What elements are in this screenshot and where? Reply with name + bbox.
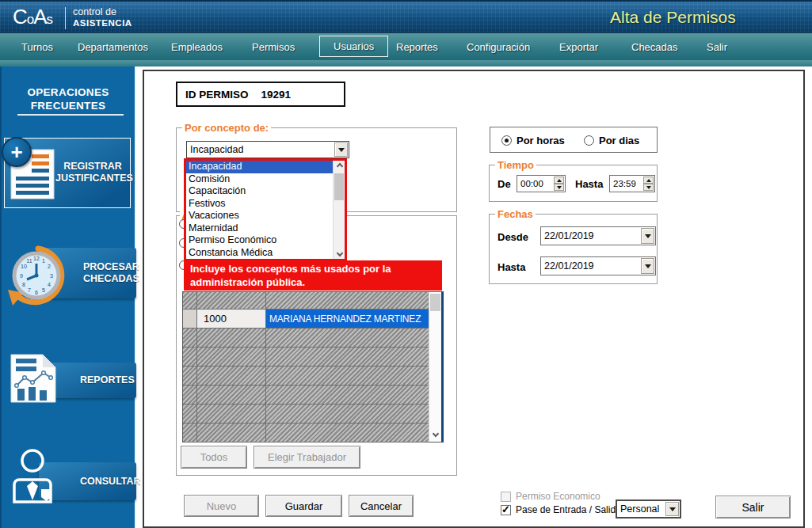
spin-down-button[interactable] bbox=[554, 184, 564, 191]
salir-button[interactable]: Salir bbox=[715, 496, 791, 519]
dropdown-option-festivos[interactable]: Festivos bbox=[186, 198, 333, 211]
por-horas-label: Por horas bbox=[517, 135, 565, 146]
table-row-redacted[interactable] bbox=[183, 292, 429, 310]
table-row-redacted[interactable] bbox=[183, 329, 429, 348]
dropdown-option-comision[interactable]: Comisión bbox=[186, 173, 333, 186]
fecha-hasta-combobox[interactable]: 22/01/2019 bbox=[540, 256, 656, 275]
dropdown-option-incapacidad[interactable]: Incapacidad bbox=[186, 161, 333, 173]
dropdown-option-capacitacion[interactable]: Capacitación bbox=[186, 185, 333, 198]
scrollbar-thumb[interactable] bbox=[334, 173, 344, 200]
radio-selected-icon[interactable] bbox=[501, 135, 512, 146]
svg-text:3: 3 bbox=[50, 273, 53, 279]
chevron-down-icon bbox=[338, 148, 345, 152]
concepto-combobox[interactable]: Incapacidad bbox=[186, 141, 349, 158]
group-fechas-title: Fechas bbox=[495, 208, 536, 220]
table-redacted-rows bbox=[183, 329, 441, 443]
page-title: Alta de Permisos bbox=[610, 8, 736, 27]
permiso-economico-checkbox-row: Permiso Economico bbox=[501, 491, 600, 502]
dropdown-option-constancia-medica[interactable]: Constancia Médica bbox=[186, 247, 333, 260]
triangle-down-icon bbox=[557, 186, 562, 189]
spin-down-button[interactable] bbox=[643, 184, 654, 191]
combo-dropdown-button[interactable] bbox=[665, 502, 679, 516]
de-label: De bbox=[497, 178, 511, 190]
menu-item-permisos[interactable]: Permisos bbox=[252, 33, 295, 60]
menu-item-empleados[interactable]: Empleados bbox=[171, 33, 223, 60]
dropdown-option-vacaciones[interactable]: Vacaciones bbox=[186, 210, 333, 222]
menu-item-turnos[interactable]: Turnos bbox=[21, 33, 53, 60]
combo-dropdown-button[interactable] bbox=[334, 142, 348, 157]
logo-letter: s bbox=[47, 12, 53, 27]
concepto-combobox-value: Incapacidad bbox=[190, 144, 243, 155]
triangle-up-icon bbox=[557, 179, 562, 182]
sidebar-button-registrar-justificantes[interactable]: + REGISTRAR JUSTIFICANTES bbox=[4, 138, 131, 208]
table-row-redacted[interactable] bbox=[183, 424, 429, 443]
menu-item-departamentos[interactable]: Departamentos bbox=[78, 33, 148, 60]
chevron-down-icon bbox=[645, 234, 651, 238]
combo-dropdown-button[interactable] bbox=[641, 258, 654, 274]
fecha-hasta-value: 22/01/2019 bbox=[544, 260, 594, 272]
svg-text:2: 2 bbox=[48, 264, 51, 269]
dropdown-scrollbar[interactable] bbox=[333, 161, 345, 259]
label-line1: CONSULTAR bbox=[80, 476, 134, 488]
tooltip-line2: administración pública. bbox=[190, 275, 442, 289]
tiempo-hasta-spinner[interactable]: 23:59 bbox=[609, 175, 655, 192]
row-selector-cell[interactable] bbox=[183, 310, 197, 328]
table-scrollbar[interactable] bbox=[429, 292, 441, 442]
spin-up-button[interactable] bbox=[643, 177, 654, 184]
tagline-line1: control de bbox=[73, 6, 132, 17]
employee-id-cell[interactable]: 1000 bbox=[197, 310, 266, 328]
pase-checkbox-row: Pase de Entrada / Salida bbox=[501, 504, 621, 515]
por-dias-label: Por dias bbox=[599, 135, 639, 146]
radio-icon[interactable] bbox=[584, 135, 594, 146]
spin-up-button[interactable] bbox=[554, 177, 564, 184]
todos-button[interactable]: Todos bbox=[181, 446, 247, 469]
chevron-up-icon bbox=[336, 163, 342, 169]
table-row-selected[interactable]: 1000 MARIANA HERNANDEZ MARTINEZ bbox=[183, 310, 429, 329]
menu-item-checadas[interactable]: Checadas bbox=[631, 33, 678, 60]
nuevo-button[interactable]: Nuevo bbox=[184, 495, 259, 517]
label-line1: PROCESAR bbox=[83, 261, 134, 273]
elegir-trabajador-button[interactable]: Elegir Trabajador bbox=[254, 446, 360, 469]
por-dias-option[interactable]: Por dias bbox=[584, 135, 639, 146]
scroll-down-button[interactable] bbox=[334, 248, 345, 259]
fecha-desde-combobox[interactable]: 22/01/2019 bbox=[540, 226, 656, 245]
employee-name-cell[interactable]: MARIANA HERNANDEZ MARTINEZ bbox=[266, 310, 429, 328]
app-header: CoAs control de ASISTENCIA Alta de Permi… bbox=[0, 0, 812, 33]
table-row-redacted[interactable] bbox=[183, 348, 429, 367]
sidebar-button-label: CONSULTAR bbox=[80, 476, 134, 488]
sidebar-heading-line1: OPERACIONES bbox=[2, 85, 135, 99]
sidebar-heading: OPERACIONES FRECUENTES bbox=[2, 85, 135, 112]
hasta-label: Hasta bbox=[575, 178, 603, 190]
menu-item-reportes[interactable]: Reportes bbox=[396, 33, 438, 60]
menu-item-usuarios[interactable]: Usuarios bbox=[319, 36, 388, 57]
scroll-up-button[interactable] bbox=[334, 161, 345, 172]
id-permiso-value: 19291 bbox=[261, 89, 292, 101]
menu-item-exportar[interactable]: Exportar bbox=[559, 33, 598, 60]
tooltip-line1: Incluye los conceptos más usados por la bbox=[190, 262, 442, 275]
dropdown-option-maternidad[interactable]: Maternidad bbox=[186, 222, 333, 235]
guardar-button[interactable]: Guardar bbox=[265, 495, 342, 517]
svg-text:9: 9 bbox=[20, 273, 23, 279]
svg-text:6: 6 bbox=[35, 290, 38, 295]
combo-dropdown-button[interactable] bbox=[641, 228, 654, 244]
table-row-redacted[interactable] bbox=[183, 405, 429, 424]
scrollbar-thumb[interactable] bbox=[430, 294, 440, 311]
svg-text:8: 8 bbox=[22, 282, 25, 287]
table-row-redacted[interactable] bbox=[183, 367, 429, 386]
logo-letter: A bbox=[33, 5, 46, 28]
cancelar-button[interactable]: Cancelar bbox=[349, 495, 414, 517]
dropdown-option-permiso-economico[interactable]: Permiso Económico bbox=[186, 234, 333, 247]
scroll-down-button[interactable] bbox=[429, 427, 442, 440]
svg-text:4: 4 bbox=[48, 282, 51, 287]
menu-item-salir[interactable]: Salir bbox=[707, 33, 727, 60]
svg-text:11: 11 bbox=[26, 258, 32, 264]
pase-tipo-combobox[interactable]: Personal bbox=[616, 500, 681, 519]
table-row-redacted[interactable] bbox=[183, 386, 429, 405]
logo-divider bbox=[65, 7, 66, 29]
tiempo-de-spinner[interactable]: 00:00 bbox=[517, 175, 566, 192]
report-chart-icon bbox=[10, 353, 57, 404]
checkbox-icon[interactable] bbox=[501, 492, 511, 502]
checkbox-checked-icon[interactable] bbox=[501, 505, 511, 515]
por-horas-option[interactable]: Por horas bbox=[501, 135, 565, 146]
menu-item-configuracion[interactable]: Configuración bbox=[467, 33, 530, 60]
